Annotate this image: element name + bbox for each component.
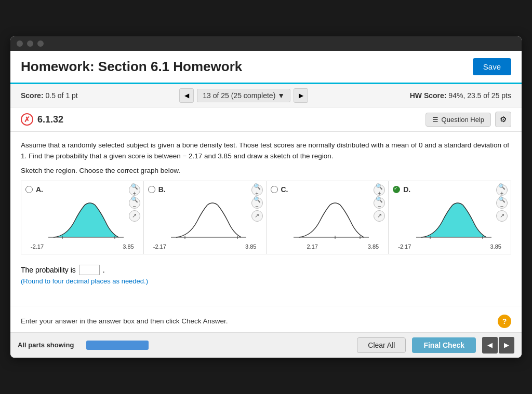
- option-c-header: C.: [271, 185, 384, 194]
- zoom-controls-b: 🔍+ 🔍− ↗: [251, 184, 263, 222]
- question-content: Assume that a randomly selected subject …: [10, 132, 522, 302]
- round-note: (Round to four decimal places as needed.…: [21, 277, 511, 285]
- prev-button-bottom[interactable]: ◀: [482, 337, 498, 354]
- instruction-bar: Enter your answer in the answer box and …: [10, 310, 522, 332]
- axis-labels-a: -2.17 3.85: [25, 243, 139, 250]
- zoom-controls-d: 🔍+ 🔍− ↗: [496, 184, 508, 222]
- option-a-label: A.: [36, 185, 43, 194]
- option-c-label: C.: [281, 185, 288, 194]
- graph-svg-d: [406, 196, 494, 242]
- main-window: Homework: Section 6.1 Homework Save Scor…: [10, 36, 522, 358]
- radio-b[interactable]: [148, 186, 155, 193]
- page-header: Homework: Section 6.1 Homework Save: [10, 51, 522, 84]
- graph-option-d: D. 🔍+ 🔍− ↗: [389, 181, 511, 254]
- problem-text: Assume that a randomly selected subject …: [21, 140, 511, 161]
- zoom-in-a[interactable]: 🔍+: [129, 184, 140, 196]
- question-counter[interactable]: 13 of 25 (25 complete) ▼: [197, 89, 290, 102]
- list-icon: ☰: [432, 116, 438, 124]
- prev-question-button[interactable]: ◀: [179, 88, 194, 103]
- help-circle-button[interactable]: ?: [498, 315, 511, 328]
- settings-button[interactable]: ⚙: [495, 112, 511, 127]
- next-button-bottom[interactable]: ▶: [499, 337, 514, 354]
- title-dot-3: [37, 40, 44, 47]
- graph-option-c: C. 🔍+ 🔍− ↗ 2.17: [267, 181, 389, 254]
- graph-options-row: A. 🔍+ 🔍− ↗: [21, 181, 511, 254]
- option-d-label: D.: [403, 185, 410, 194]
- final-check-button[interactable]: Final Check: [412, 337, 476, 353]
- question-help-label: Question Help: [442, 116, 484, 124]
- graph-svg-b: [161, 196, 249, 242]
- export-b[interactable]: ↗: [251, 210, 263, 222]
- question-number: 6.1.32: [37, 114, 63, 125]
- zoom-in-d[interactable]: 🔍+: [496, 184, 508, 196]
- option-b-label: B.: [158, 185, 166, 194]
- question-id-row: ✗ 6.1.32: [21, 113, 63, 126]
- check-icon: ✗: [21, 113, 33, 126]
- probability-label: The probability is: [21, 266, 76, 274]
- progress-bar: [86, 341, 149, 350]
- option-d-header: D.: [393, 185, 507, 194]
- probability-row: The probability is .: [21, 265, 511, 275]
- probability-input[interactable]: [79, 265, 100, 275]
- title-bar: [10, 36, 522, 51]
- option-a-header: A.: [25, 185, 139, 194]
- export-c[interactable]: ↗: [374, 210, 385, 222]
- graph-svg-a: [38, 196, 126, 242]
- question-nav: ◀ 13 of 25 (25 complete) ▼ ▶: [179, 88, 308, 103]
- clear-all-button[interactable]: Clear All: [357, 337, 406, 353]
- zoom-out-c[interactable]: 🔍−: [374, 197, 385, 209]
- zoom-controls-c: 🔍+ 🔍− ↗: [374, 184, 385, 222]
- axis-labels-b: -2.17 3.85: [148, 243, 262, 250]
- question-header: ✗ 6.1.32 ☰ Question Help ⚙: [10, 107, 522, 132]
- graph-svg-c: [283, 196, 371, 242]
- hw-score-value: 94%, 23.5 of 25 pts: [448, 91, 511, 100]
- sketch-label: Sketch the region. Choose the correct gr…: [21, 167, 511, 174]
- next-question-button[interactable]: ▶: [294, 88, 308, 103]
- dropdown-icon: ▼: [277, 91, 285, 100]
- score-value: 0.5 of 1 pt: [45, 91, 77, 100]
- zoom-in-c[interactable]: 🔍+: [374, 184, 385, 196]
- graph-option-a: A. 🔍+ 🔍− ↗: [21, 181, 144, 254]
- bottom-nav: ◀ ▶: [482, 337, 514, 354]
- hw-score-display: HW Score: 94%, 23.5 of 25 pts: [410, 91, 511, 100]
- zoom-out-a[interactable]: 🔍−: [129, 197, 140, 209]
- export-d[interactable]: ↗: [496, 210, 508, 222]
- zoom-out-d[interactable]: 🔍−: [496, 197, 508, 209]
- divider: [10, 306, 522, 306]
- question-help-button[interactable]: ☰ Question Help: [425, 113, 491, 127]
- question-tools: ☰ Question Help ⚙: [425, 112, 511, 127]
- axis-labels-d: -2.17 3.85: [393, 243, 507, 250]
- score-bar: Score: 0.5 of 1 pt ◀ 13 of 25 (25 comple…: [10, 84, 522, 107]
- title-dot-2: [27, 40, 33, 47]
- radio-d[interactable]: [393, 186, 400, 193]
- bottom-bar: All parts showing Clear All Final Check …: [10, 332, 522, 358]
- zoom-out-b[interactable]: 🔍−: [251, 197, 263, 209]
- instruction-text: Enter your answer in the answer box and …: [21, 317, 228, 325]
- save-button[interactable]: Save: [473, 58, 511, 75]
- radio-a[interactable]: [25, 186, 33, 193]
- page-title: Homework: Section 6.1 Homework: [21, 59, 242, 75]
- hw-score-label: HW Score:: [410, 91, 447, 100]
- axis-labels-c: 2.17 3.85: [271, 243, 384, 250]
- option-b-header: B.: [148, 185, 262, 194]
- zoom-in-b[interactable]: 🔍+: [251, 184, 263, 196]
- title-dot-1: [17, 40, 23, 47]
- score-display: Score: 0.5 of 1 pt: [21, 91, 78, 100]
- zoom-controls-a: 🔍+ 🔍− ↗: [129, 184, 140, 222]
- all-parts-label: All parts showing: [18, 341, 80, 349]
- graph-option-b: B. 🔍+ 🔍− ↗ -2.17: [144, 181, 267, 254]
- export-a[interactable]: ↗: [129, 210, 140, 222]
- radio-c[interactable]: [271, 186, 278, 193]
- score-label: Score:: [21, 91, 44, 100]
- question-counter-text: 13 of 25 (25 complete): [203, 91, 275, 100]
